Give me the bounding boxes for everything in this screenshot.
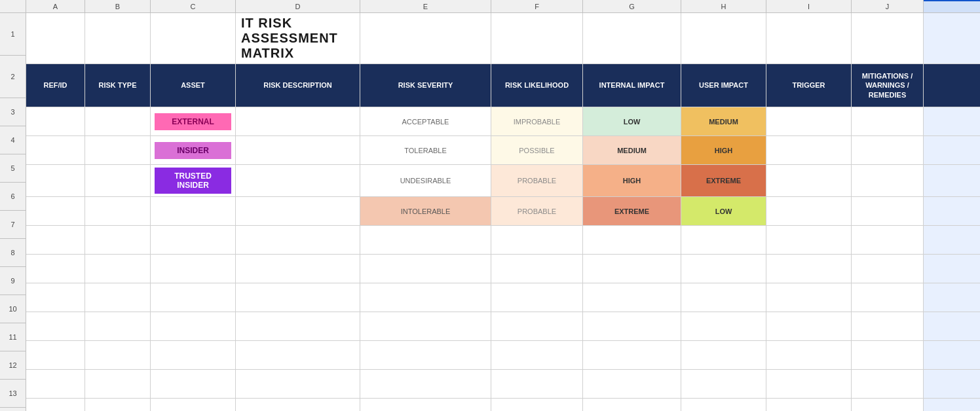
cell-13-k[interactable]: [924, 399, 980, 411]
cell-13-d[interactable]: [236, 399, 360, 411]
cell-3-asset[interactable]: EXTERNAL: [151, 107, 236, 135]
cell-12-d[interactable]: [236, 370, 360, 398]
cell-6-trigger[interactable]: [766, 197, 852, 225]
cell-4-trigger[interactable]: [766, 136, 852, 164]
title-cell-j[interactable]: [852, 13, 924, 63]
col-header-h[interactable]: H: [681, 0, 766, 12]
cell-7-c[interactable]: [151, 226, 236, 254]
col-header-c[interactable]: C: [151, 0, 236, 12]
cell-5-trigger[interactable]: [766, 165, 852, 196]
header-k[interactable]: [924, 64, 980, 107]
cell-3-internal-impact[interactable]: LOW: [583, 107, 681, 135]
cell-4-desc[interactable]: [236, 136, 360, 164]
cell-4-k[interactable]: [924, 136, 980, 164]
cell-9-f[interactable]: [491, 283, 583, 312]
cell-4-likelihood[interactable]: POSSIBLE: [491, 136, 583, 164]
row-num-8[interactable]: 8: [0, 239, 26, 267]
title-cell-f[interactable]: [491, 13, 583, 63]
cell-13-a[interactable]: [26, 399, 85, 411]
cell-5-k[interactable]: [924, 165, 980, 196]
header-risk-type[interactable]: RISK TYPE: [85, 64, 151, 107]
row-num-9[interactable]: 9: [0, 267, 26, 295]
col-header-j[interactable]: J: [852, 0, 924, 12]
cell-11-i[interactable]: [766, 341, 852, 369]
cell-6-risktype[interactable]: [85, 197, 151, 225]
cell-10-f[interactable]: [491, 312, 583, 340]
cell-9-c[interactable]: [151, 283, 236, 312]
cell-6-likelihood[interactable]: PROBABLE: [491, 197, 583, 225]
cell-12-i[interactable]: [766, 370, 852, 398]
row-num-3[interactable]: 3: [0, 98, 26, 126]
cell-11-h[interactable]: [681, 341, 766, 369]
cell-11-c[interactable]: [151, 341, 236, 369]
cell-3-refid[interactable]: [26, 107, 85, 135]
cell-4-mitigations[interactable]: [852, 136, 924, 164]
cell-3-likelihood[interactable]: IMPROBABLE: [491, 107, 583, 135]
cell-10-c[interactable]: [151, 312, 236, 340]
col-header-d[interactable]: D: [236, 0, 360, 12]
cell-13-h[interactable]: [681, 399, 766, 411]
row-num-7[interactable]: 7: [0, 211, 26, 239]
cell-3-trigger[interactable]: [766, 107, 852, 135]
cell-6-internal-impact[interactable]: EXTREME: [583, 197, 681, 225]
cell-3-severity[interactable]: ACCEPTABLE: [360, 107, 491, 135]
cell-5-risktype[interactable]: [85, 165, 151, 196]
cell-4-asset[interactable]: INSIDER: [151, 136, 236, 164]
cell-3-mitigations[interactable]: [852, 107, 924, 135]
header-internal-impact[interactable]: INTERNAL IMPACT: [583, 64, 681, 107]
cell-11-b[interactable]: [85, 341, 151, 369]
cell-8-b[interactable]: [85, 255, 151, 283]
cell-5-asset[interactable]: TRUSTED INSIDER: [151, 165, 236, 196]
cell-3-desc[interactable]: [236, 107, 360, 135]
col-header-g[interactable]: G: [583, 0, 681, 12]
cell-11-e[interactable]: [360, 341, 491, 369]
row-num-11[interactable]: 11: [0, 323, 26, 351]
cell-7-e[interactable]: [360, 226, 491, 254]
title-cell-c[interactable]: [151, 13, 236, 63]
row-num-13[interactable]: 13: [0, 380, 26, 408]
cell-3-k[interactable]: [924, 107, 980, 135]
row-num-12[interactable]: 12: [0, 351, 26, 380]
col-header-i[interactable]: I: [766, 0, 852, 12]
cell-10-h[interactable]: [681, 312, 766, 340]
row-num-14[interactable]: 14: [0, 408, 26, 411]
title-cell-h[interactable]: [681, 13, 766, 63]
cell-13-i[interactable]: [766, 399, 852, 411]
cell-11-j[interactable]: [852, 341, 924, 369]
cell-13-e[interactable]: [360, 399, 491, 411]
col-header-b[interactable]: B: [85, 0, 151, 12]
cell-8-i[interactable]: [766, 255, 852, 283]
cell-9-e[interactable]: [360, 283, 491, 312]
row-num-4[interactable]: 4: [0, 126, 26, 154]
cell-11-g[interactable]: [583, 341, 681, 369]
cell-5-likelihood[interactable]: PROBABLE: [491, 165, 583, 196]
cell-9-a[interactable]: [26, 283, 85, 312]
cell-5-refid[interactable]: [26, 165, 85, 196]
cell-8-g[interactable]: [583, 255, 681, 283]
cell-4-risktype[interactable]: [85, 136, 151, 164]
cell-3-risktype[interactable]: [85, 107, 151, 135]
header-risk-severity[interactable]: RISK SEVERITY: [360, 64, 491, 107]
cell-6-refid[interactable]: [26, 197, 85, 225]
row-num-5[interactable]: 5: [0, 154, 26, 183]
cell-6-mitigations[interactable]: [852, 197, 924, 225]
cell-3-user-impact[interactable]: MEDIUM: [681, 107, 766, 135]
cell-9-h[interactable]: [681, 283, 766, 312]
cell-6-user-impact[interactable]: LOW: [681, 197, 766, 225]
title-cell-e[interactable]: [360, 13, 491, 63]
cell-5-internal-impact[interactable]: HIGH: [583, 165, 681, 196]
row-num-6[interactable]: 6: [0, 183, 26, 211]
cell-8-j[interactable]: [852, 255, 924, 283]
cell-10-a[interactable]: [26, 312, 85, 340]
title-cell-d[interactable]: IT RISK ASSESSMENT MATRIX: [236, 13, 360, 63]
cell-11-f[interactable]: [491, 341, 583, 369]
cell-10-i[interactable]: [766, 312, 852, 340]
cell-8-e[interactable]: [360, 255, 491, 283]
cell-12-e[interactable]: [360, 370, 491, 398]
cell-10-e[interactable]: [360, 312, 491, 340]
row-num-10[interactable]: 10: [0, 295, 26, 323]
cell-10-j[interactable]: [852, 312, 924, 340]
cell-7-i[interactable]: [766, 226, 852, 254]
cell-5-user-impact[interactable]: EXTREME: [681, 165, 766, 196]
cell-5-mitigations[interactable]: [852, 165, 924, 196]
